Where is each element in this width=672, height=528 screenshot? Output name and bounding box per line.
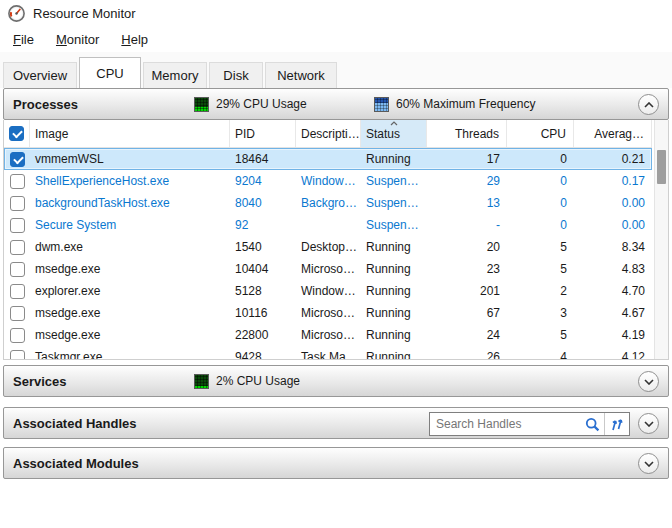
row-checkbox[interactable] bbox=[10, 328, 25, 343]
cell-status: Suspen… bbox=[361, 170, 427, 192]
cell-threads: 26 bbox=[427, 346, 507, 359]
cell-description: Window… bbox=[296, 170, 361, 192]
scrollbar-thumb[interactable] bbox=[657, 150, 666, 184]
row-checkbox-cell bbox=[4, 302, 30, 324]
modules-section-header: Associated Modules bbox=[3, 447, 669, 479]
column-header-status[interactable]: Status bbox=[361, 120, 427, 147]
services-cpu-label: 2% CPU Usage bbox=[216, 374, 300, 388]
cell-description bbox=[296, 148, 361, 170]
menu-monitor[interactable]: Monitor bbox=[52, 30, 103, 49]
row-checkbox[interactable] bbox=[10, 262, 25, 277]
processes-section-header: Processes 29% CPU Usage 60% Maximum Freq… bbox=[3, 88, 669, 120]
modules-expand-button[interactable] bbox=[638, 453, 659, 474]
column-header-description[interactable]: Descripti… bbox=[296, 120, 361, 147]
tab-network[interactable]: Network bbox=[265, 62, 337, 88]
cell-average: 4.12 bbox=[574, 346, 652, 359]
cell-cpu: 0 bbox=[507, 148, 574, 170]
cell-image: msedge.exe bbox=[30, 258, 230, 280]
handles-expand-button[interactable] bbox=[638, 413, 659, 434]
services-expand-button[interactable] bbox=[638, 371, 659, 392]
cell-image: Taskmgr.exe bbox=[30, 346, 230, 359]
menu-help[interactable]: Help bbox=[117, 30, 152, 49]
column-header-average[interactable]: Averag… bbox=[574, 120, 652, 147]
max-frequency-indicator: 60% Maximum Frequency bbox=[374, 97, 535, 112]
cell-cpu: 0 bbox=[507, 214, 574, 236]
menu-file[interactable]: File bbox=[9, 30, 38, 49]
row-checkbox[interactable] bbox=[10, 240, 25, 255]
process-row[interactable]: msedge.exe 22800 Microso… Running 24 5 4… bbox=[4, 324, 652, 346]
cell-image: ShellExperienceHost.exe bbox=[30, 170, 230, 192]
cell-average: 8.34 bbox=[574, 236, 652, 258]
cell-pid: 10116 bbox=[230, 302, 296, 324]
cell-description: Microso… bbox=[296, 302, 361, 324]
row-checkbox-cell bbox=[4, 148, 30, 170]
search-button[interactable] bbox=[580, 417, 604, 432]
services-cpu-indicator: 2% CPU Usage bbox=[194, 374, 300, 389]
refresh-search-button[interactable] bbox=[605, 417, 629, 432]
tab-overview[interactable]: Overview bbox=[3, 62, 77, 88]
tab-cpu[interactable]: CPU bbox=[79, 57, 141, 88]
row-checkbox[interactable] bbox=[10, 174, 25, 189]
row-checkbox[interactable] bbox=[10, 306, 25, 321]
chevron-down-icon bbox=[644, 421, 654, 427]
cell-status: Suspen… bbox=[361, 214, 427, 236]
cpu-usage-label: 29% CPU Usage bbox=[216, 97, 307, 111]
menu-bar: File Monitor Help bbox=[0, 26, 672, 52]
cell-description: Window… bbox=[296, 280, 361, 302]
tab-memory[interactable]: Memory bbox=[143, 62, 207, 88]
cell-image: msedge.exe bbox=[30, 302, 230, 324]
column-header-pid[interactable]: PID bbox=[230, 120, 296, 147]
cell-average: 0.00 bbox=[574, 192, 652, 214]
tab-disk[interactable]: Disk bbox=[209, 62, 263, 88]
cell-cpu: 0 bbox=[507, 170, 574, 192]
row-checkbox[interactable] bbox=[10, 152, 25, 167]
column-header-image[interactable]: Image bbox=[30, 120, 230, 147]
row-checkbox[interactable] bbox=[10, 196, 25, 211]
services-section-header: Services 2% CPU Usage bbox=[3, 365, 669, 397]
process-row[interactable]: Secure System 92 Suspen… - 0 0.00 bbox=[4, 214, 652, 236]
cell-cpu: 5 bbox=[507, 236, 574, 258]
title-bar: Resource Monitor bbox=[0, 0, 672, 26]
processes-collapse-button[interactable] bbox=[638, 94, 659, 115]
cell-average: 4.83 bbox=[574, 258, 652, 280]
cpu-usage-indicator: 29% CPU Usage bbox=[194, 97, 307, 112]
table-scrollbar[interactable] bbox=[654, 120, 668, 359]
cell-pid: 92 bbox=[230, 214, 296, 236]
column-header-cpu[interactable]: CPU bbox=[507, 120, 574, 147]
row-checkbox-cell bbox=[4, 346, 30, 359]
row-checkbox[interactable] bbox=[10, 218, 25, 233]
window-title: Resource Monitor bbox=[33, 6, 136, 21]
cell-image: msedge.exe bbox=[30, 324, 230, 346]
process-row[interactable]: vmmemWSL 18464 Running 17 0 0.21 bbox=[4, 148, 652, 170]
process-row[interactable]: ShellExperienceHost.exe 9204 Window… Sus… bbox=[4, 170, 652, 192]
chevron-up-icon bbox=[644, 102, 654, 108]
cell-cpu: 4 bbox=[507, 346, 574, 359]
cell-threads: 23 bbox=[427, 258, 507, 280]
cell-cpu: 3 bbox=[507, 302, 574, 324]
process-row[interactable]: explorer.exe 5128 Window… Running 201 2 … bbox=[4, 280, 652, 302]
search-icon bbox=[585, 417, 600, 432]
cell-average: 4.70 bbox=[574, 280, 652, 302]
row-checkbox-cell bbox=[4, 280, 30, 302]
cell-average: 4.19 bbox=[574, 324, 652, 346]
process-row[interactable]: backgroundTaskHost.exe 8040 Backgro… Sus… bbox=[4, 192, 652, 214]
row-checkbox[interactable] bbox=[10, 350, 25, 360]
cell-status: Running bbox=[361, 258, 427, 280]
process-row[interactable]: msedge.exe 10116 Microso… Running 67 3 4… bbox=[4, 302, 652, 324]
cell-pid: 5128 bbox=[230, 280, 296, 302]
sort-ascending-icon bbox=[390, 121, 398, 126]
process-row[interactable]: Taskmgr.exe 9428 Task Ma… Running 26 4 4… bbox=[4, 346, 652, 359]
row-checkbox[interactable] bbox=[10, 284, 25, 299]
processes-table: Image PID Descripti… Status Threads CPU … bbox=[3, 120, 669, 360]
process-row[interactable]: dwm.exe 1540 Desktop… Running 20 5 8.34 bbox=[4, 236, 652, 258]
max-frequency-label: 60% Maximum Frequency bbox=[396, 97, 535, 111]
refresh-search-icon bbox=[609, 417, 625, 432]
process-row[interactable]: msedge.exe 10404 Microso… Running 23 5 4… bbox=[4, 258, 652, 280]
column-header-threads[interactable]: Threads bbox=[427, 120, 507, 147]
cell-image: explorer.exe bbox=[30, 280, 230, 302]
chevron-down-icon bbox=[644, 379, 654, 385]
services-title: Services bbox=[13, 374, 67, 389]
search-handles-input[interactable] bbox=[430, 414, 580, 434]
cell-description: Microso… bbox=[296, 324, 361, 346]
select-all-checkbox[interactable] bbox=[9, 126, 24, 141]
